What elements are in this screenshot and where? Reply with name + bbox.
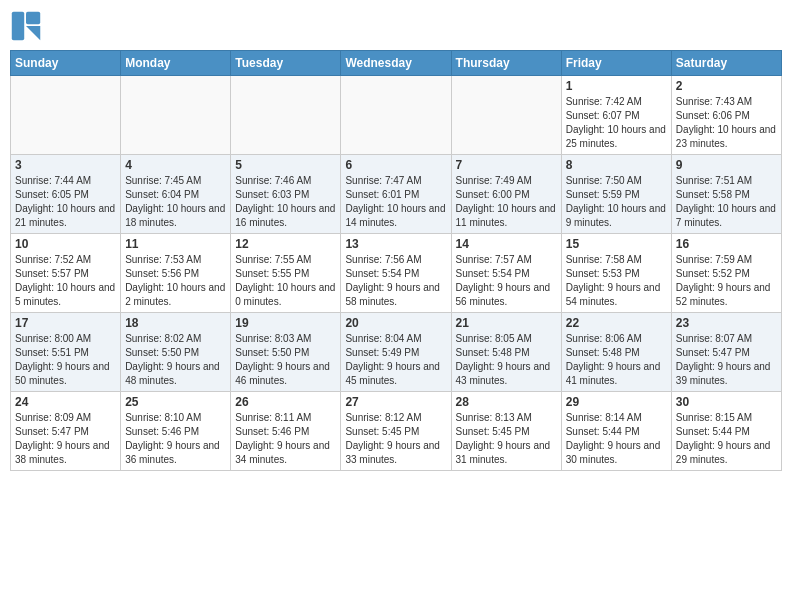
calendar-cell: 10Sunrise: 7:52 AM Sunset: 5:57 PM Dayli… bbox=[11, 234, 121, 313]
calendar-cell: 24Sunrise: 8:09 AM Sunset: 5:47 PM Dayli… bbox=[11, 392, 121, 471]
day-info: Sunrise: 7:55 AM Sunset: 5:55 PM Dayligh… bbox=[235, 253, 336, 309]
day-info: Sunrise: 8:02 AM Sunset: 5:50 PM Dayligh… bbox=[125, 332, 226, 388]
day-of-week-header: Sunday bbox=[11, 51, 121, 76]
day-number: 26 bbox=[235, 395, 336, 409]
day-of-week-header: Saturday bbox=[671, 51, 781, 76]
day-of-week-header: Wednesday bbox=[341, 51, 451, 76]
calendar-cell: 14Sunrise: 7:57 AM Sunset: 5:54 PM Dayli… bbox=[451, 234, 561, 313]
day-info: Sunrise: 7:58 AM Sunset: 5:53 PM Dayligh… bbox=[566, 253, 667, 309]
calendar-cell: 6Sunrise: 7:47 AM Sunset: 6:01 PM Daylig… bbox=[341, 155, 451, 234]
day-info: Sunrise: 8:00 AM Sunset: 5:51 PM Dayligh… bbox=[15, 332, 116, 388]
calendar-cell bbox=[341, 76, 451, 155]
calendar-cell: 21Sunrise: 8:05 AM Sunset: 5:48 PM Dayli… bbox=[451, 313, 561, 392]
calendar-cell: 11Sunrise: 7:53 AM Sunset: 5:56 PM Dayli… bbox=[121, 234, 231, 313]
day-of-week-header: Thursday bbox=[451, 51, 561, 76]
calendar-cell: 25Sunrise: 8:10 AM Sunset: 5:46 PM Dayli… bbox=[121, 392, 231, 471]
day-number: 7 bbox=[456, 158, 557, 172]
calendar-cell: 18Sunrise: 8:02 AM Sunset: 5:50 PM Dayli… bbox=[121, 313, 231, 392]
calendar-week-row: 24Sunrise: 8:09 AM Sunset: 5:47 PM Dayli… bbox=[11, 392, 782, 471]
day-of-week-header: Tuesday bbox=[231, 51, 341, 76]
day-number: 10 bbox=[15, 237, 116, 251]
day-info: Sunrise: 8:09 AM Sunset: 5:47 PM Dayligh… bbox=[15, 411, 116, 467]
calendar-cell: 3Sunrise: 7:44 AM Sunset: 6:05 PM Daylig… bbox=[11, 155, 121, 234]
day-info: Sunrise: 8:05 AM Sunset: 5:48 PM Dayligh… bbox=[456, 332, 557, 388]
calendar-cell: 29Sunrise: 8:14 AM Sunset: 5:44 PM Dayli… bbox=[561, 392, 671, 471]
calendar-cell: 1Sunrise: 7:42 AM Sunset: 6:07 PM Daylig… bbox=[561, 76, 671, 155]
calendar-cell: 4Sunrise: 7:45 AM Sunset: 6:04 PM Daylig… bbox=[121, 155, 231, 234]
day-info: Sunrise: 8:04 AM Sunset: 5:49 PM Dayligh… bbox=[345, 332, 446, 388]
calendar-cell: 13Sunrise: 7:56 AM Sunset: 5:54 PM Dayli… bbox=[341, 234, 451, 313]
day-info: Sunrise: 7:44 AM Sunset: 6:05 PM Dayligh… bbox=[15, 174, 116, 230]
day-number: 14 bbox=[456, 237, 557, 251]
day-number: 17 bbox=[15, 316, 116, 330]
day-number: 21 bbox=[456, 316, 557, 330]
svg-rect-1 bbox=[26, 12, 40, 24]
calendar-header-row: SundayMondayTuesdayWednesdayThursdayFrid… bbox=[11, 51, 782, 76]
day-number: 30 bbox=[676, 395, 777, 409]
day-info: Sunrise: 7:59 AM Sunset: 5:52 PM Dayligh… bbox=[676, 253, 777, 309]
calendar-cell bbox=[231, 76, 341, 155]
calendar-week-row: 1Sunrise: 7:42 AM Sunset: 6:07 PM Daylig… bbox=[11, 76, 782, 155]
page-header bbox=[10, 10, 782, 42]
calendar-cell: 26Sunrise: 8:11 AM Sunset: 5:46 PM Dayli… bbox=[231, 392, 341, 471]
calendar-cell bbox=[121, 76, 231, 155]
day-number: 28 bbox=[456, 395, 557, 409]
day-info: Sunrise: 8:06 AM Sunset: 5:48 PM Dayligh… bbox=[566, 332, 667, 388]
svg-marker-2 bbox=[26, 26, 40, 40]
calendar-week-row: 17Sunrise: 8:00 AM Sunset: 5:51 PM Dayli… bbox=[11, 313, 782, 392]
calendar: SundayMondayTuesdayWednesdayThursdayFrid… bbox=[10, 50, 782, 471]
day-info: Sunrise: 7:45 AM Sunset: 6:04 PM Dayligh… bbox=[125, 174, 226, 230]
day-number: 29 bbox=[566, 395, 667, 409]
calendar-cell: 7Sunrise: 7:49 AM Sunset: 6:00 PM Daylig… bbox=[451, 155, 561, 234]
svg-rect-0 bbox=[12, 12, 24, 40]
day-info: Sunrise: 8:14 AM Sunset: 5:44 PM Dayligh… bbox=[566, 411, 667, 467]
calendar-cell: 28Sunrise: 8:13 AM Sunset: 5:45 PM Dayli… bbox=[451, 392, 561, 471]
calendar-cell: 17Sunrise: 8:00 AM Sunset: 5:51 PM Dayli… bbox=[11, 313, 121, 392]
calendar-cell: 20Sunrise: 8:04 AM Sunset: 5:49 PM Dayli… bbox=[341, 313, 451, 392]
day-info: Sunrise: 7:53 AM Sunset: 5:56 PM Dayligh… bbox=[125, 253, 226, 309]
day-info: Sunrise: 7:57 AM Sunset: 5:54 PM Dayligh… bbox=[456, 253, 557, 309]
day-number: 6 bbox=[345, 158, 446, 172]
day-info: Sunrise: 7:42 AM Sunset: 6:07 PM Dayligh… bbox=[566, 95, 667, 151]
calendar-cell: 12Sunrise: 7:55 AM Sunset: 5:55 PM Dayli… bbox=[231, 234, 341, 313]
day-number: 2 bbox=[676, 79, 777, 93]
day-info: Sunrise: 8:03 AM Sunset: 5:50 PM Dayligh… bbox=[235, 332, 336, 388]
day-info: Sunrise: 8:13 AM Sunset: 5:45 PM Dayligh… bbox=[456, 411, 557, 467]
day-info: Sunrise: 7:52 AM Sunset: 5:57 PM Dayligh… bbox=[15, 253, 116, 309]
day-number: 19 bbox=[235, 316, 336, 330]
day-number: 9 bbox=[676, 158, 777, 172]
calendar-cell: 16Sunrise: 7:59 AM Sunset: 5:52 PM Dayli… bbox=[671, 234, 781, 313]
day-info: Sunrise: 7:47 AM Sunset: 6:01 PM Dayligh… bbox=[345, 174, 446, 230]
calendar-cell bbox=[451, 76, 561, 155]
logo bbox=[10, 10, 46, 42]
day-info: Sunrise: 8:12 AM Sunset: 5:45 PM Dayligh… bbox=[345, 411, 446, 467]
day-info: Sunrise: 7:50 AM Sunset: 5:59 PM Dayligh… bbox=[566, 174, 667, 230]
day-number: 5 bbox=[235, 158, 336, 172]
day-number: 3 bbox=[15, 158, 116, 172]
calendar-cell: 23Sunrise: 8:07 AM Sunset: 5:47 PM Dayli… bbox=[671, 313, 781, 392]
day-info: Sunrise: 8:15 AM Sunset: 5:44 PM Dayligh… bbox=[676, 411, 777, 467]
day-info: Sunrise: 8:07 AM Sunset: 5:47 PM Dayligh… bbox=[676, 332, 777, 388]
day-info: Sunrise: 8:10 AM Sunset: 5:46 PM Dayligh… bbox=[125, 411, 226, 467]
calendar-cell: 30Sunrise: 8:15 AM Sunset: 5:44 PM Dayli… bbox=[671, 392, 781, 471]
day-info: Sunrise: 7:43 AM Sunset: 6:06 PM Dayligh… bbox=[676, 95, 777, 151]
day-number: 12 bbox=[235, 237, 336, 251]
day-of-week-header: Friday bbox=[561, 51, 671, 76]
calendar-cell: 9Sunrise: 7:51 AM Sunset: 5:58 PM Daylig… bbox=[671, 155, 781, 234]
day-info: Sunrise: 7:51 AM Sunset: 5:58 PM Dayligh… bbox=[676, 174, 777, 230]
day-number: 25 bbox=[125, 395, 226, 409]
calendar-cell: 2Sunrise: 7:43 AM Sunset: 6:06 PM Daylig… bbox=[671, 76, 781, 155]
calendar-cell: 22Sunrise: 8:06 AM Sunset: 5:48 PM Dayli… bbox=[561, 313, 671, 392]
day-number: 8 bbox=[566, 158, 667, 172]
calendar-cell: 15Sunrise: 7:58 AM Sunset: 5:53 PM Dayli… bbox=[561, 234, 671, 313]
day-info: Sunrise: 7:49 AM Sunset: 6:00 PM Dayligh… bbox=[456, 174, 557, 230]
calendar-cell: 5Sunrise: 7:46 AM Sunset: 6:03 PM Daylig… bbox=[231, 155, 341, 234]
day-number: 18 bbox=[125, 316, 226, 330]
calendar-week-row: 10Sunrise: 7:52 AM Sunset: 5:57 PM Dayli… bbox=[11, 234, 782, 313]
day-info: Sunrise: 8:11 AM Sunset: 5:46 PM Dayligh… bbox=[235, 411, 336, 467]
calendar-cell: 27Sunrise: 8:12 AM Sunset: 5:45 PM Dayli… bbox=[341, 392, 451, 471]
day-number: 1 bbox=[566, 79, 667, 93]
calendar-week-row: 3Sunrise: 7:44 AM Sunset: 6:05 PM Daylig… bbox=[11, 155, 782, 234]
day-number: 16 bbox=[676, 237, 777, 251]
day-number: 27 bbox=[345, 395, 446, 409]
